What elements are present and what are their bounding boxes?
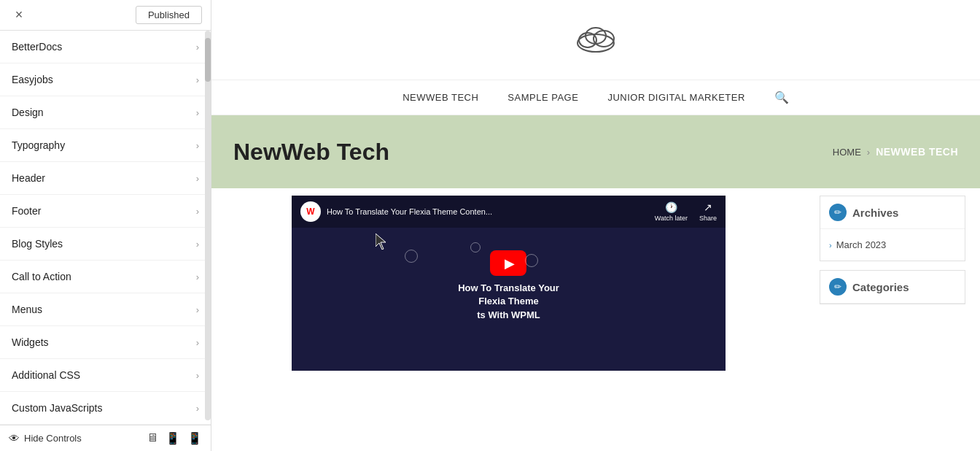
categories-widget: ✏ Categories: [820, 270, 965, 304]
sidebar-item-label: BetterDocs: [12, 41, 62, 53]
tablet-icon[interactable]: 📱: [166, 431, 180, 445]
archives-widget: ✏ Archives › March 2023: [820, 196, 965, 261]
chevron-right-icon: ›: [196, 107, 199, 118]
nav-item-newweb[interactable]: NEWWEB TECH: [402, 92, 478, 103]
sidebar-item-typography[interactable]: Typography›: [0, 129, 211, 162]
sidebar-footer: 👁 Hide Controls 🖥 📱 📱: [0, 425, 211, 451]
main-content: W How To Translate Your Flexia Theme Con…: [219, 196, 812, 371]
sidebar-item-call-to-action[interactable]: Call to Action›: [0, 261, 211, 293]
main-preview-area: NEWWEB TECH SAMPLE PAGE JUNIOR DIGITAL M…: [211, 0, 980, 451]
archives-widget-header: ✏ Archives: [820, 196, 965, 229]
sidebar-item-blog-styles[interactable]: Blog Styles›: [0, 228, 211, 261]
archives-item[interactable]: › March 2023: [829, 236, 956, 253]
site-navigation: NEWWEB TECH SAMPLE PAGE JUNIOR DIGITAL M…: [211, 80, 980, 115]
archives-widget-content: › March 2023: [820, 229, 965, 261]
yt-video-title: How To Translate Your Flexia Theme Conte…: [327, 207, 492, 216]
breadcrumb-current: NEWWEB TECH: [876, 146, 958, 158]
scrollbar[interactable]: [205, 31, 211, 420]
yt-channel-logo: W: [300, 201, 321, 222]
chevron-right-icon: ›: [196, 173, 199, 184]
sidebar-item-betterdocs[interactable]: BetterDocs›: [0, 31, 211, 63]
hero-title: NewWeb Tech: [233, 139, 389, 166]
eye-icon: 👁: [9, 432, 20, 444]
categories-widget-title: Categories: [852, 281, 909, 293]
youtube-embed[interactable]: W How To Translate Your Flexia Theme Con…: [292, 196, 726, 371]
site-logo-icon: [570, 20, 621, 61]
close-button[interactable]: ×: [9, 5, 29, 26]
sidebar-item-label: Additional CSS: [12, 369, 80, 381]
yt-header: W How To Translate Your Flexia Theme Con…: [292, 196, 726, 228]
categories-widget-header: ✏ Categories: [820, 271, 965, 304]
site-hero-banner: NewWeb Tech HOME › NEWWEB TECH: [211, 115, 980, 188]
sidebar-item-label: Typography: [12, 139, 65, 151]
categories-edit-button[interactable]: ✏: [829, 278, 847, 296]
sidebar-item-label: Easyjobs: [12, 74, 53, 85]
yt-channel-info: W How To Translate Your Flexia Theme Con…: [300, 201, 492, 222]
yt-circle-2: [470, 242, 481, 253]
yt-watch-later-icon: 🕐: [665, 201, 677, 213]
archives-widget-title: Archives: [852, 207, 898, 219]
desktop-icon[interactable]: 🖥: [147, 431, 158, 445]
sidebar-item-custom-javascripts[interactable]: Custom JavaScripts›: [0, 392, 211, 425]
chevron-right-icon: ›: [196, 370, 199, 381]
breadcrumb-home[interactable]: HOME: [833, 147, 861, 158]
chevron-right-icon: ›: [196, 304, 199, 315]
sidebar-item-label: Widgets: [12, 336, 49, 348]
widget-sidebar: ✏ Archives › March 2023 ✏ Categories: [812, 196, 973, 371]
chevron-right-icon: ›: [196, 239, 199, 250]
chevron-right-icon: ›: [196, 206, 199, 217]
sidebar-header: × Published: [0, 0, 211, 31]
yt-play-button[interactable]: [490, 250, 526, 276]
sidebar-item-label: Menus: [12, 304, 42, 315]
archives-edit-button[interactable]: ✏: [829, 204, 847, 221]
archives-chevron-icon: ›: [829, 241, 832, 250]
yt-center-content: How To Translate Your Flexia Theme ts Wi…: [458, 250, 559, 322]
mobile-icon[interactable]: 📱: [187, 431, 202, 445]
breadcrumb: HOME › NEWWEB TECH: [833, 146, 958, 158]
sidebar-item-header[interactable]: Header›: [0, 162, 211, 195]
sidebar-item-label: Call to Action: [12, 271, 71, 282]
yt-controls: 🕐 Watch later ↗ Share: [655, 201, 717, 222]
sidebar-item-footer[interactable]: Footer›: [0, 195, 211, 228]
site-logo-area: [211, 0, 980, 80]
sidebar-item-design[interactable]: Design›: [0, 96, 211, 129]
sidebar-item-widgets[interactable]: Widgets›: [0, 326, 211, 359]
archives-item-label: March 2023: [836, 239, 887, 250]
chevron-right-icon: ›: [196, 271, 199, 282]
scrollbar-thumb: [205, 38, 211, 82]
hide-controls-toggle[interactable]: 👁 Hide Controls: [9, 432, 82, 444]
sidebar-item-easyjobs[interactable]: Easyjobs›: [0, 63, 211, 96]
chevron-right-icon: ›: [196, 140, 199, 151]
sidebar-item-label: Header: [12, 172, 45, 184]
breadcrumb-separator: ›: [867, 147, 870, 158]
yt-content: How To Translate Your Flexia Theme ts Wi…: [292, 228, 726, 344]
yt-overlay-text: How To Translate Your Flexia Theme ts Wi…: [458, 282, 559, 322]
yt-share-icon: ↗: [704, 201, 712, 213]
nav-item-junior[interactable]: JUNIOR DIGITAL MARKETER: [607, 92, 744, 103]
sidebar-item-label: Design: [12, 107, 44, 118]
yt-circle-1: [405, 250, 418, 263]
sidebar-item-additional-css[interactable]: Additional CSS›: [0, 359, 211, 392]
yt-share-label: Share: [699, 215, 717, 222]
chevron-right-icon: ›: [196, 403, 199, 414]
yt-watch-later[interactable]: 🕐 Watch later: [655, 201, 688, 222]
nav-search-icon[interactable]: 🔍: [774, 90, 789, 104]
sidebar-item-menus[interactable]: Menus›: [0, 293, 211, 326]
yt-circle-3: [525, 254, 538, 267]
sidebar-item-label: Custom JavaScripts: [12, 402, 102, 414]
chevron-right-icon: ›: [196, 74, 199, 85]
chevron-right-icon: ›: [196, 42, 199, 53]
sidebar-item-label: Footer: [12, 205, 41, 217]
hide-controls-label: Hide Controls: [24, 433, 82, 444]
nav-item-sample[interactable]: SAMPLE PAGE: [508, 92, 578, 103]
sidebar-items-list: BetterDocs›Easyjobs›Design›Typography›He…: [0, 31, 211, 425]
sidebar: × Published BetterDocs›Easyjobs›Design›T…: [0, 0, 211, 451]
published-button[interactable]: Published: [136, 6, 202, 24]
yt-share[interactable]: ↗ Share: [699, 201, 717, 222]
yt-watch-later-label: Watch later: [655, 215, 688, 222]
content-area: W How To Translate Your Flexia Theme Con…: [211, 188, 980, 378]
chevron-right-icon: ›: [196, 337, 199, 348]
sidebar-item-label: Blog Styles: [12, 238, 63, 250]
preview-mode-icons: 🖥 📱 📱: [147, 431, 202, 445]
